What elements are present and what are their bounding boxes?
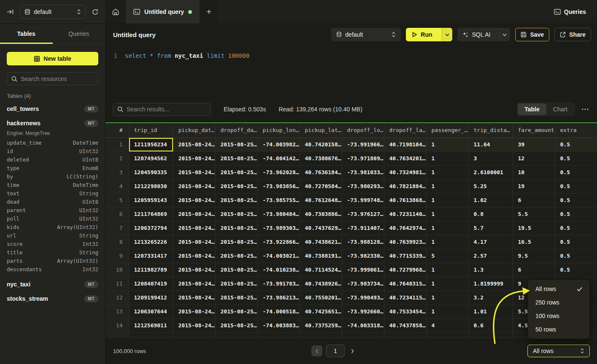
page-size-menu-item[interactable]: 50 rows	[528, 323, 589, 336]
cell[interactable]: 40.7550201…	[300, 291, 342, 305]
cell[interactable]: 2015-08-24…	[173, 318, 215, 332]
cell[interactable]: 40.7613868…	[384, 193, 426, 207]
cell[interactable]: 40.7636184…	[300, 165, 342, 179]
cell[interactable]: 40.7438621…	[300, 235, 342, 249]
cell[interactable]: 40.7715339…	[384, 249, 426, 263]
cell[interactable]: 1211982789	[129, 263, 173, 277]
cell[interactable]: 0.5	[555, 235, 597, 249]
tab-untitled-query[interactable]: Untitled query	[126, 0, 200, 24]
cell[interactable]: 5	[426, 249, 468, 263]
column-header[interactable]: pickup_dat…	[173, 123, 215, 138]
column-header[interactable]: dropoff_lo…	[342, 123, 384, 138]
cell[interactable]: 1	[426, 207, 468, 221]
cell[interactable]: 2015-08-24…	[173, 235, 215, 249]
cell[interactable]: -74.003883…	[257, 318, 300, 332]
cell[interactable]: 40.7375259…	[300, 318, 342, 332]
cell[interactable]: 1.3	[468, 263, 513, 277]
cell[interactable]: 2015-08-24…	[173, 151, 215, 165]
row-number[interactable]: 1	[105, 138, 129, 151]
row-number[interactable]: 6	[105, 207, 129, 221]
cell[interactable]: 1211764869	[129, 207, 173, 221]
sql-editor[interactable]: 1 select * from nyc_taxi limit 100000	[105, 45, 597, 96]
query-database-selector[interactable]: default	[331, 28, 401, 41]
view-toggle-chart[interactable]: Chart	[546, 103, 574, 115]
cell[interactable]: -74.010238…	[257, 263, 300, 277]
results-search-input[interactable]	[127, 106, 206, 113]
new-table-button[interactable]: New table	[7, 52, 98, 65]
cell[interactable]: 2015-08-25…	[215, 277, 257, 291]
column-header[interactable]: extra	[555, 123, 597, 138]
column-header[interactable]: dropoff_da…	[215, 123, 257, 138]
cell[interactable]: -74.003021…	[257, 249, 300, 263]
cell[interactable]: 2.6100001	[468, 165, 513, 179]
column-header[interactable]: #	[105, 123, 129, 138]
sql-ai-options-button[interactable]	[499, 28, 510, 41]
cell[interactable]: 40.7437629…	[300, 221, 342, 235]
cell[interactable]: -73.962028…	[257, 165, 300, 179]
cell[interactable]: 40.7234115…	[384, 291, 426, 305]
cell[interactable]: 40.7324981…	[384, 165, 426, 179]
cell[interactable]: -73.986213…	[257, 291, 300, 305]
cell[interactable]: -74.003982…	[257, 138, 300, 151]
refresh-icon[interactable]	[92, 8, 99, 16]
run-options-button[interactable]	[442, 28, 452, 41]
cell[interactable]: -74.003318…	[342, 318, 384, 332]
cell[interactable]: 0.5	[555, 165, 597, 179]
cell[interactable]: 0.6	[468, 318, 513, 332]
row-number[interactable]: 3	[105, 165, 129, 179]
cell[interactable]: -73.982330…	[342, 249, 384, 263]
sidebar-table-nyc-taxi[interactable]: nyc_taxi MT	[7, 277, 98, 291]
cell[interactable]: -73.988128…	[342, 235, 384, 249]
cell[interactable]: 2015-08-24…	[173, 165, 215, 179]
column-header[interactable]: pickup_lon…	[257, 123, 300, 138]
cell[interactable]: 2015-08-24…	[173, 179, 215, 193]
cell[interactable]: 2015-08-25…	[215, 305, 257, 318]
cell[interactable]: 2015-08-24…	[173, 221, 215, 235]
cell[interactable]: -74.000518…	[257, 305, 300, 318]
cell[interactable]: 2015-08-25…	[215, 151, 257, 165]
sidebar-table-hackernews[interactable]: hackernews MT	[7, 116, 98, 130]
column-header[interactable]: dropoff_la…	[384, 123, 426, 138]
cell[interactable]: 2015-08-25…	[215, 263, 257, 277]
row-number[interactable]: 5	[105, 193, 129, 207]
cell[interactable]: 1	[426, 235, 468, 249]
cell[interactable]: 2015-08-25…	[215, 318, 257, 332]
row-number[interactable]: 10	[105, 263, 129, 277]
queries-shortcut[interactable]: Queries	[554, 0, 597, 24]
cell[interactable]: 1212298030	[129, 179, 173, 193]
tab-home[interactable]	[105, 0, 126, 24]
cell[interactable]: -73.992660…	[342, 305, 384, 318]
cell[interactable]: -73.999748…	[342, 193, 384, 207]
cell[interactable]: 1	[426, 138, 468, 151]
cell[interactable]: -73.999061…	[342, 263, 384, 277]
column-header[interactable]: passenger_…	[426, 123, 468, 138]
cell[interactable]: 1205959143	[129, 193, 173, 207]
cell[interactable]: 2015-08-25…	[215, 221, 257, 235]
cell[interactable]: 10	[513, 165, 555, 179]
cell[interactable]: 1.01	[468, 305, 513, 318]
cell[interactable]: 40.7270584…	[300, 179, 342, 193]
cell[interactable]: 16.5	[513, 235, 555, 249]
cell[interactable]: 1	[426, 305, 468, 318]
cell[interactable]: 2015-08-24…	[173, 193, 215, 207]
cell[interactable]: 1211950234	[129, 138, 173, 151]
cell[interactable]: 40.7198104…	[384, 138, 426, 151]
cell[interactable]: -73.985755…	[257, 193, 300, 207]
cell[interactable]: 3	[468, 151, 513, 165]
cell[interactable]: 5.25	[468, 179, 513, 193]
cell[interactable]: 6	[513, 193, 555, 207]
cell[interactable]: -73.983856…	[257, 179, 300, 193]
sql-ai-button[interactable]: SQL AI	[457, 28, 496, 41]
new-tab-button[interactable]: +	[200, 0, 218, 24]
cell[interactable]: 12	[513, 151, 555, 165]
cell[interactable]: 1	[426, 263, 468, 277]
cell[interactable]: 19.5	[513, 221, 555, 235]
cell[interactable]: 0.5	[555, 138, 597, 151]
cell[interactable]: 1	[426, 193, 468, 207]
cell[interactable]: 1208407419	[129, 277, 173, 291]
cell[interactable]: 40.7533454…	[384, 305, 426, 318]
cell[interactable]: 1206307644	[129, 305, 173, 318]
cell[interactable]: 4	[426, 318, 468, 332]
cell[interactable]: 39	[513, 138, 555, 151]
column-header[interactable]: trip_dista…	[468, 123, 513, 138]
